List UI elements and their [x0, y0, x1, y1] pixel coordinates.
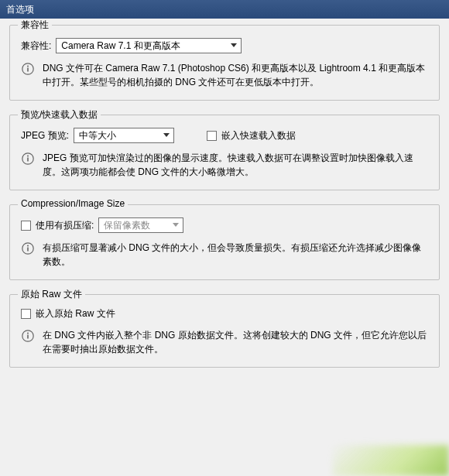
svg-rect-2	[27, 68, 29, 72]
jpeg-preview-label: JPEG 预览:	[21, 129, 69, 142]
svg-rect-8	[27, 248, 29, 252]
group-compatibility: 兼容性 兼容性: Camera Raw 7.1 和更高版本 DNG 文件可在 C…	[9, 25, 440, 101]
svg-rect-5	[27, 158, 29, 162]
svg-point-4	[27, 156, 29, 157]
chevron-down-icon	[170, 220, 181, 231]
group-preview-title: 预览/快速载入数据	[18, 108, 101, 122]
group-compression: Compression/Image Size 使用有损压缩: 保留像素数 有损压…	[9, 204, 440, 280]
chevron-down-icon	[228, 40, 239, 51]
compatibility-label: 兼容性:	[21, 39, 51, 53]
lossy-compression-label: 使用有损压缩:	[36, 219, 94, 232]
pixel-count-dropdown-value: 保留像素数	[104, 219, 150, 232]
svg-point-10	[27, 333, 29, 334]
embed-fast-load-checkbox[interactable]	[207, 131, 217, 141]
compression-info-text: 有损压缩可显著减小 DNG 文件的大小，但会导致质量损失。有损压缩还允许选择减少…	[43, 241, 428, 269]
pixel-count-dropdown[interactable]: 保留像素数	[98, 217, 183, 233]
svg-point-1	[27, 66, 29, 67]
compatibility-info-text: DNG 文件可在 Camera Raw 7.1 (Photoshop CS6) …	[43, 61, 428, 89]
content-area: 兼容性 兼容性: Camera Raw 7.1 和更高版本 DNG 文件可在 C…	[0, 19, 449, 476]
preview-info-text: JPEG 预览可加快渲染过的图像的显示速度。快速载入数据可在调整设置时加快图像载…	[43, 151, 428, 179]
svg-point-7	[27, 245, 29, 247]
info-icon	[21, 152, 35, 166]
group-raw-title: 原始 Raw 文件	[18, 288, 85, 301]
jpeg-preview-dropdown[interactable]: 中等大小	[74, 128, 174, 143]
jpeg-preview-dropdown-value: 中等大小	[79, 129, 116, 142]
compatibility-dropdown[interactable]: Camera Raw 7.1 和更高版本	[56, 38, 242, 53]
titlebar: 首选项	[0, 0, 449, 19]
info-icon	[21, 329, 35, 343]
info-icon	[21, 62, 35, 76]
embed-raw-label: 嵌入原始 Raw 文件	[36, 307, 115, 320]
group-raw: 原始 Raw 文件 嵌入原始 Raw 文件 在 DNG 文件内嵌入整个非 DNG…	[9, 294, 440, 368]
embed-raw-checkbox[interactable]	[21, 309, 31, 319]
embed-fast-load-label: 嵌入快速载入数据	[221, 129, 296, 142]
compatibility-dropdown-value: Camera Raw 7.1 和更高版本	[61, 39, 180, 53]
group-compression-title: Compression/Image Size	[18, 198, 128, 209]
lossy-compression-checkbox[interactable]	[21, 221, 31, 231]
raw-info-text: 在 DNG 文件内嵌入整个非 DNG 原始数据文件。这将创建较大的 DNG 文件…	[43, 328, 428, 356]
svg-rect-11	[27, 335, 29, 339]
group-preview: 预览/快速载入数据 JPEG 预览: 中等大小 嵌入快速载入数据 JPEG 预览…	[9, 115, 440, 190]
group-compatibility-title: 兼容性	[18, 19, 52, 32]
chevron-down-icon	[161, 130, 172, 141]
info-icon	[21, 241, 35, 255]
window-title: 首选项	[6, 3, 34, 16]
